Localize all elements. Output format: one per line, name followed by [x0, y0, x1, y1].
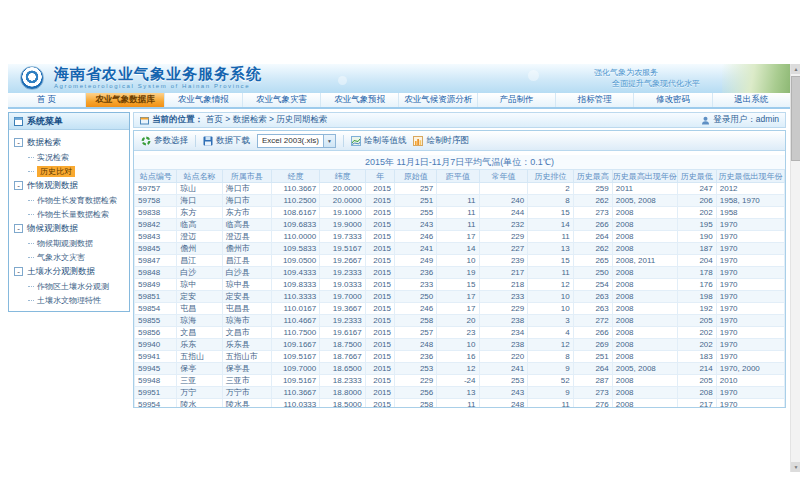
nav-item[interactable]: 指标管理 [556, 93, 634, 107]
tree-item[interactable]: 气象水文灾害 [14, 250, 126, 264]
table-cell: 227 [479, 243, 528, 255]
collapse-icon[interactable]: - [14, 267, 23, 276]
table-row[interactable]: 59849琼中琼中县109.833319.0333201523315218122… [135, 279, 785, 291]
table-cell: 11 [528, 399, 574, 409]
nav-item[interactable]: 首 页 [8, 93, 86, 107]
scrollbar-thumb[interactable] [791, 76, 800, 161]
vertical-scrollbar[interactable]: ▲ ▼ [790, 64, 800, 472]
nav-item[interactable]: 农业气象情报 [165, 93, 243, 107]
breadcrumb: 当前的位置： 首页 > 数据检索 > 历史同期检索 登录用户：admin [133, 112, 786, 128]
tree-group[interactable]: -土壤水分观测数据 [14, 264, 126, 279]
table-cell: 110.3667 [271, 387, 320, 399]
table-cell: 1970 [716, 303, 784, 315]
column-header: 常年值 [479, 170, 528, 183]
table-cell: 8 [528, 351, 574, 363]
station-data-table: 站点编号站点名称所属市县经度纬度年原始值距平值常年值历史排位历史最高历史最高出现… [134, 169, 785, 408]
table-cell: 19 [437, 267, 479, 279]
draw-contour-button[interactable]: 绘制等值线 [351, 135, 407, 147]
table-row[interactable]: 59851定安定安县110.333319.7000201525017233102… [135, 291, 785, 303]
nav-item[interactable]: 农业气象预报 [321, 93, 399, 107]
table-row[interactable]: 59855琼海琼海市110.466719.2333201525820238327… [135, 315, 785, 327]
table-cell: 琼海 [177, 315, 223, 327]
table-row[interactable]: 59854屯昌屯昌县110.016719.3667201524617229102… [135, 303, 785, 315]
nav-item[interactable]: 修改密码 [634, 93, 712, 107]
table-row[interactable]: 59945保亭保亭县109.700018.6500201525312241926… [135, 363, 785, 375]
table-row[interactable]: 59940乐东乐东县109.166718.7500201524810238122… [135, 339, 785, 351]
tree-item[interactable]: 作物生长量数据检索 [14, 207, 126, 221]
table-cell: 108.6167 [271, 207, 320, 219]
tree-item[interactable]: 物候期观测数据 [14, 236, 126, 250]
table-cell: 262 [573, 243, 612, 255]
application-window: 海南省农业气象业务服务系统 Agrometeorological System … [0, 0, 800, 500]
table-row[interactable]: 59757琼山海口市110.366720.0000201525722592011… [135, 183, 785, 195]
scrollbar-down-arrow-icon[interactable]: ▼ [791, 462, 800, 472]
table-cell: 109.8333 [271, 279, 320, 291]
export-format-select[interactable]: Excel 2003(.xls) ▼ [257, 134, 336, 148]
collapse-icon[interactable]: - [14, 224, 23, 233]
table-cell: 五指山市 [222, 351, 271, 363]
page-subtitle: Agrometeorological System of Hainan Prov… [54, 82, 262, 90]
table-cell: 万宁 [177, 387, 223, 399]
table-cell: 205 [677, 375, 716, 387]
table-cell: 59849 [135, 279, 177, 291]
table-cell: 256 [395, 387, 437, 399]
page-title: 海南省农业气象业务服务系统 [54, 66, 262, 82]
collapse-icon[interactable]: - [14, 138, 23, 147]
table-row[interactable]: 59758海口海口市110.250020.0000201525111240826… [135, 195, 785, 207]
table-row[interactable]: 59951万宁万宁市110.366718.8000201525613243927… [135, 387, 785, 399]
tree-item[interactable]: 实况检索 [14, 150, 126, 164]
export-format-value: Excel 2003(.xls) [258, 136, 323, 145]
tree-item-label: 物候期观测数据 [37, 238, 93, 249]
table-cell: 17 [437, 303, 479, 315]
select-params-button[interactable]: 参数选择 [141, 135, 188, 147]
table-cell: 2015 [365, 375, 394, 387]
table-cell: 183 [677, 351, 716, 363]
draw-timeseries-button[interactable]: 绘制时序图 [413, 135, 469, 147]
table-cell: 59948 [135, 375, 177, 387]
table-cell: 陵水县 [222, 399, 271, 409]
table-cell: 11 [437, 399, 479, 409]
table-row[interactable]: 59954陵水陵水县110.033318.5000201525811248112… [135, 399, 785, 409]
tree-item[interactable]: 作物生长发育数据检索 [14, 193, 126, 207]
table-row[interactable]: 59848白沙白沙县109.433319.2333201523619217112… [135, 267, 785, 279]
table-header-row: 站点编号站点名称所属市县经度纬度年原始值距平值常年值历史排位历史最高历史最高出现… [135, 170, 785, 183]
table-cell: 109.5167 [271, 375, 320, 387]
table-cell: 19.2667 [320, 255, 366, 267]
tree-group[interactable]: -作物观测数据 [14, 178, 126, 193]
table-cell: 10 [528, 291, 574, 303]
table-cell: 273 [573, 207, 612, 219]
tree-group[interactable]: -数据检索 [14, 135, 126, 150]
table-cell: 59845 [135, 243, 177, 255]
table-row[interactable]: 59941五指山五指山市109.516718.76672015236162208… [135, 351, 785, 363]
nav-item[interactable]: 农业气象灾害 [243, 93, 321, 107]
tree-item[interactable]: 土壤水文物理特性 [14, 293, 126, 307]
tree-item[interactable]: 历史比对 [14, 164, 126, 178]
table-cell: 2015 [365, 399, 394, 409]
collapse-icon[interactable]: - [14, 181, 23, 190]
chevron-down-icon[interactable]: ▼ [323, 135, 335, 147]
table-row[interactable]: 59948三亚三亚市109.516718.23332015229-2425352… [135, 375, 785, 387]
column-header: 站点名称 [177, 170, 223, 183]
table-cell: 233 [479, 291, 528, 303]
slogan-line-1: 强化气象为农服务 [594, 67, 700, 78]
table-row[interactable]: 59845儋州儋州市109.583319.5167201524114227132… [135, 243, 785, 255]
table-row[interactable]: 59847昌江昌江县109.050019.2667201524910239152… [135, 255, 785, 267]
column-header: 历史最低 [677, 170, 716, 183]
tree-group[interactable]: -物候观测数据 [14, 221, 126, 236]
scrollbar-up-arrow-icon[interactable]: ▲ [791, 64, 800, 74]
nav-item[interactable]: 农业气候资源分析 [399, 93, 477, 107]
table-cell: 265 [573, 255, 612, 267]
table-row[interactable]: 59838东方东方市108.616719.1000201525511244152… [135, 207, 785, 219]
table-cell: 202 [677, 327, 716, 339]
tree-item[interactable]: 作物区土壤水分观测 [14, 279, 126, 293]
nav-item[interactable]: 产品制作 [478, 93, 556, 107]
table-row[interactable]: 59856文昌文昌市110.750019.6167201525723234426… [135, 327, 785, 339]
nav-item[interactable]: 退出系统 [713, 93, 790, 107]
table-row[interactable]: 59842临高临高县109.683319.9000201524311232142… [135, 219, 785, 231]
table-cell: 文昌 [177, 327, 223, 339]
nav-item[interactable]: 农业气象数据库 [86, 93, 164, 107]
table-row[interactable]: 59843澄迈澄迈县110.000019.7333201524617229112… [135, 231, 785, 243]
table-cell: 258 [395, 315, 437, 327]
download-data-button[interactable]: 数据下载 [203, 135, 250, 147]
breadcrumb-path[interactable]: 首页 > 数据检索 > 历史同期检索 [206, 114, 327, 126]
